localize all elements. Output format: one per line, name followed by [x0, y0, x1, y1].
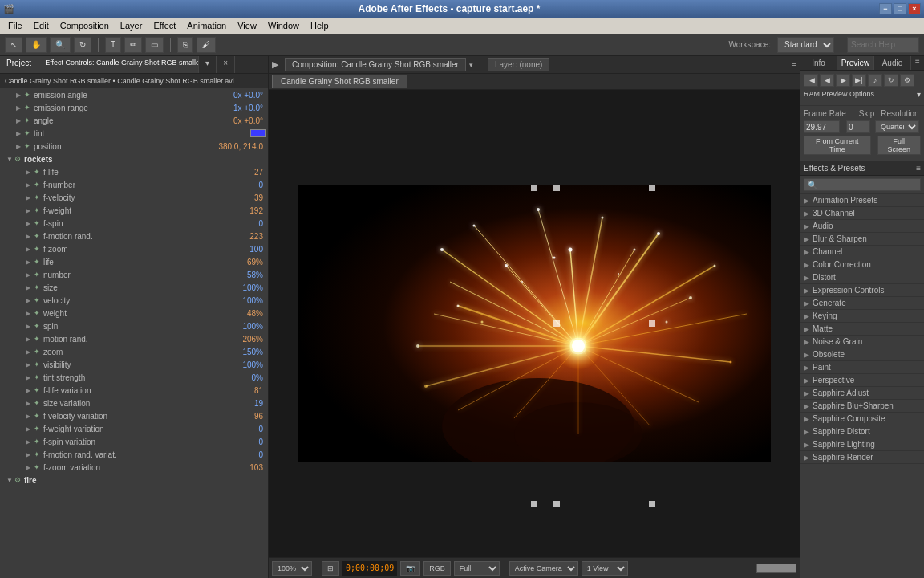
effect-category-item[interactable]: ▶Sapphire Lighting	[800, 438, 924, 451]
search-help-input[interactable]	[847, 37, 919, 53]
tool-clone[interactable]: ⎘	[177, 37, 193, 53]
prop-expand[interactable]: ▶	[16, 104, 24, 112]
tool-pen[interactable]: ✏	[124, 37, 142, 53]
prop-expand[interactable]: ▶	[26, 361, 34, 368]
prop-expand[interactable]: ▶	[16, 117, 24, 124]
prop-expand[interactable]: ▶	[26, 233, 34, 240]
effect-category-item[interactable]: ▶Distort	[800, 271, 924, 284]
tool-zoom[interactable]: 🔍	[50, 37, 71, 53]
skip-input[interactable]	[846, 120, 870, 133]
prop-expand[interactable]: ▶	[16, 143, 24, 150]
frame-rate-input[interactable]	[804, 120, 840, 133]
effect-category-item[interactable]: ▶Keying	[800, 310, 924, 323]
prop-expand[interactable]: ▶	[26, 194, 34, 201]
prop-expand[interactable]: ▶	[26, 348, 34, 356]
tab-effect-controls[interactable]: Effect Controls: Candle Grainy Shot RGB …	[38, 56, 199, 73]
panel-close-btn[interactable]: ×	[217, 56, 235, 73]
menu-layer[interactable]: Layer	[116, 20, 148, 31]
tool-hand[interactable]: ✋	[26, 37, 47, 53]
prop-expand[interactable]: ▶	[26, 425, 34, 433]
tint-swatch[interactable]	[250, 129, 266, 137]
prop-expand[interactable]: ▶	[26, 336, 34, 343]
effect-category-item[interactable]: ▶Generate	[800, 297, 924, 310]
menu-composition[interactable]: Composition	[55, 20, 114, 31]
effect-category-item[interactable]: ▶Obsolete	[800, 348, 924, 361]
panel-options[interactable]: ≡	[792, 60, 796, 70]
snapshot-btn[interactable]: 📷	[400, 561, 420, 576]
prop-expand[interactable]: ▶	[26, 258, 34, 266]
effect-category-item[interactable]: ▶Noise & Grain	[800, 336, 924, 348]
prev-settings-btn[interactable]: ⚙	[900, 74, 914, 87]
prev-back-btn[interactable]: ◀	[820, 74, 834, 87]
effects-search-input[interactable]	[804, 178, 921, 191]
panel-expand-btn[interactable]: ▾	[199, 56, 217, 73]
close-button[interactable]: ×	[908, 3, 921, 14]
prop-expand[interactable]: ▶	[26, 284, 34, 291]
prop-expand[interactable]: ▶	[26, 464, 34, 471]
menu-view[interactable]: View	[233, 20, 261, 31]
prop-expand[interactable]: ▶	[26, 246, 34, 253]
group-expand[interactable]: ▼	[6, 156, 14, 163]
effects-options-btn[interactable]: ≡	[916, 164, 921, 173]
resolution-dropdown[interactable]: Quarter Full Half	[875, 120, 919, 133]
group-expand[interactable]: ▼	[6, 477, 14, 484]
prop-expand[interactable]: ▶	[26, 297, 34, 304]
tab-audio[interactable]: Audio	[874, 56, 911, 70]
prop-expand[interactable]: ▶	[26, 451, 34, 458]
tool-paint[interactable]: 🖌	[197, 37, 216, 53]
tool-shape[interactable]: ▭	[145, 37, 164, 53]
menu-window[interactable]: Window	[263, 20, 304, 31]
effect-category-item[interactable]: ▶Expression Controls	[800, 284, 924, 297]
menu-effect[interactable]: Effect	[148, 20, 180, 31]
tool-select[interactable]: ↖	[5, 37, 22, 53]
show-channel-btn[interactable]: RGB	[424, 561, 451, 576]
prop-expand[interactable]: ▶	[26, 400, 34, 407]
prev-first-btn[interactable]: |◀	[804, 74, 818, 87]
tab-preview[interactable]: Preview	[837, 56, 874, 70]
minimize-button[interactable]: −	[879, 3, 892, 14]
prev-audio-btn[interactable]: ♪	[868, 74, 882, 87]
camera-select[interactable]: Active Camera	[509, 561, 578, 576]
menu-animation[interactable]: Animation	[182, 20, 231, 31]
menu-file[interactable]: File	[3, 20, 27, 31]
effect-category-item[interactable]: ▶Perspective	[800, 374, 924, 387]
maximize-button[interactable]: □	[894, 3, 906, 14]
effect-category-item[interactable]: ▶Animation Presets	[800, 194, 924, 207]
prev-loop-btn[interactable]: ↻	[884, 74, 898, 87]
tab-info[interactable]: Info	[800, 56, 837, 70]
effect-category-item[interactable]: ▶Sapphire Adjust	[800, 387, 924, 400]
ram-preview-arrow[interactable]: ▾	[917, 90, 921, 99]
effect-category-item[interactable]: ▶Sapphire Render	[800, 451, 924, 464]
prop-expand[interactable]: ▶	[26, 169, 34, 176]
tool-text[interactable]: T	[105, 37, 121, 53]
menu-help[interactable]: Help	[306, 20, 334, 31]
comp-tab[interactable]: Composition: Candle Grainy Shot RGB smal…	[285, 58, 466, 71]
tool-rotate[interactable]: ↻	[74, 37, 91, 53]
comp-dropdown-arrow[interactable]: ▾	[469, 61, 473, 69]
comp-name-tab[interactable]: Candle Grainy Shot RGB smaller	[272, 75, 407, 88]
menu-edit[interactable]: Edit	[29, 20, 54, 31]
prop-expand[interactable]: ▶	[26, 413, 34, 420]
prop-expand[interactable]: ▶	[26, 271, 34, 279]
effect-category-item[interactable]: ▶3D Channel	[800, 207, 924, 220]
prop-expand[interactable]: ▶	[26, 181, 34, 189]
full-screen-btn[interactable]: Full Screen	[877, 136, 921, 155]
prop-expand[interactable]: ▶	[26, 310, 34, 317]
from-current-btn[interactable]: From Current Time	[804, 136, 871, 155]
prop-expand[interactable]: ▶	[26, 374, 34, 381]
zoom-select[interactable]: 100% 50% 200%	[272, 561, 312, 576]
prop-expand[interactable]: ▶	[26, 438, 34, 446]
tab-project[interactable]: Project	[0, 56, 38, 73]
effect-category-item[interactable]: ▶Matte	[800, 323, 924, 336]
prop-expand[interactable]: ▶	[26, 207, 34, 214]
grid-btn[interactable]: ⊞	[322, 561, 339, 576]
workspace-select[interactable]: Standard	[777, 37, 834, 53]
prop-expand[interactable]: ▶	[16, 130, 24, 137]
effect-category-item[interactable]: ▶Sapphire Distort	[800, 425, 924, 438]
prop-expand[interactable]: ▶	[16, 92, 24, 99]
prev-forward-btn[interactable]: ▶|	[852, 74, 866, 87]
effect-category-item[interactable]: ▶Sapphire Blu+Sharpen	[800, 400, 924, 413]
effect-category-item[interactable]: ▶Blur & Sharpen	[800, 233, 924, 246]
view-select[interactable]: 1 View 2 Views 4 Views	[582, 561, 628, 576]
effect-category-item[interactable]: ▶Paint	[800, 361, 924, 374]
